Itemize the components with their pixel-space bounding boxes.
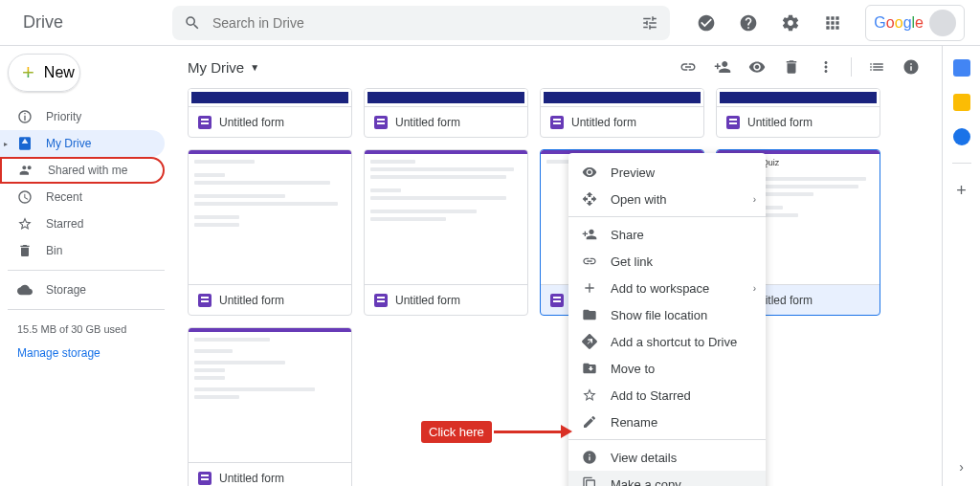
sidebar-item-storage[interactable]: Storage <box>0 276 165 303</box>
delete-icon[interactable] <box>776 52 807 82</box>
main-content: My Drive ▼ Untitled form Untitled form U… <box>172 46 942 486</box>
chevron-right-icon: › <box>753 283 756 294</box>
plus-icon: + <box>22 60 34 85</box>
file-grid: Untitled form Untitled form Untitled for… <box>188 88 926 486</box>
forms-icon <box>198 472 212 485</box>
offline-icon[interactable] <box>689 6 724 40</box>
search-input[interactable] <box>212 15 630 31</box>
chevron-right-icon: › <box>753 194 756 205</box>
google-logo-text: Google <box>874 14 924 32</box>
divider <box>8 309 165 310</box>
apps-icon[interactable] <box>815 6 850 40</box>
side-panel: + › <box>942 46 980 486</box>
info-panel-icon[interactable] <box>896 52 926 82</box>
callout-label: Click here <box>421 421 492 443</box>
account-badge[interactable]: Google <box>865 5 965 41</box>
keep-icon[interactable] <box>953 94 970 111</box>
file-card[interactable]: Untitled form <box>540 88 704 138</box>
tasks-icon[interactable] <box>953 128 970 145</box>
chevron-down-icon: ▼ <box>250 62 259 73</box>
sidebar-item-priority[interactable]: Priority <box>0 103 165 130</box>
forms-icon <box>374 116 388 129</box>
menu-get-link[interactable]: Get link <box>568 248 766 275</box>
file-card[interactable]: Untitled form <box>188 149 352 316</box>
storage-usage-text: 15.5 MB of 30 GB used <box>8 316 165 342</box>
menu-add-shortcut[interactable]: Add a shortcut to Drive <box>568 328 766 355</box>
list-view-icon[interactable] <box>861 52 892 82</box>
menu-add-workspace[interactable]: Add to workspace› <box>568 275 766 301</box>
separator <box>851 57 852 77</box>
search-options-icon[interactable] <box>641 14 658 32</box>
search-icon <box>184 14 201 32</box>
search-bar[interactable] <box>172 6 670 40</box>
menu-view-details[interactable]: View details <box>568 444 766 471</box>
app-header: Drive Google <box>0 0 980 46</box>
forms-icon <box>198 294 212 307</box>
file-card[interactable]: Untitled form <box>364 88 528 138</box>
file-card[interactable]: Untitled form <box>188 327 352 486</box>
sidebar-item-shared[interactable]: Shared with me <box>0 157 165 184</box>
calendar-icon[interactable] <box>953 59 970 77</box>
menu-make-copy[interactable]: Make a copy <box>568 471 766 486</box>
forms-icon <box>374 294 388 307</box>
menu-show-location[interactable]: Show file location <box>568 301 766 328</box>
divider <box>8 270 165 271</box>
menu-open-with[interactable]: Open with› <box>568 186 766 212</box>
divider <box>952 163 971 164</box>
sidebar: + New Priority ▸ My Drive Shared with me… <box>0 46 172 486</box>
add-panel-icon[interactable]: + <box>956 181 967 201</box>
forms-icon <box>198 116 212 129</box>
context-menu: Preview Open with› Share Get link Add to… <box>568 153 766 486</box>
collapse-panel-icon[interactable]: › <box>959 459 964 475</box>
forms-icon <box>550 116 564 129</box>
share-icon[interactable] <box>707 52 738 82</box>
app-name: Drive <box>23 12 63 33</box>
preview-icon[interactable] <box>742 52 772 82</box>
callout-arrow <box>494 428 572 435</box>
menu-preview[interactable]: Preview <box>568 159 766 186</box>
forms-icon <box>550 294 564 307</box>
avatar <box>929 10 956 36</box>
help-icon[interactable] <box>731 6 766 40</box>
breadcrumb[interactable]: My Drive ▼ <box>188 59 259 76</box>
new-label: New <box>44 64 75 81</box>
get-link-icon[interactable] <box>673 52 703 82</box>
menu-share[interactable]: Share <box>568 221 766 248</box>
menu-move-to[interactable]: Move to <box>568 355 766 382</box>
divider <box>568 216 766 217</box>
new-button[interactable]: + New <box>8 54 80 92</box>
divider <box>568 439 766 440</box>
sidebar-item-recent[interactable]: Recent <box>0 184 165 210</box>
manage-storage-link[interactable]: Manage storage <box>8 342 165 364</box>
drive-logo[interactable]: Drive <box>15 12 172 33</box>
file-card[interactable]: Untitled form <box>188 88 352 138</box>
toolbar <box>673 52 926 82</box>
menu-rename[interactable]: Rename <box>568 409 766 435</box>
sidebar-item-bin[interactable]: Bin <box>0 237 165 264</box>
main-header: My Drive ▼ <box>188 46 926 88</box>
settings-icon[interactable] <box>773 6 808 40</box>
menu-add-starred[interactable]: Add to Starred <box>568 382 766 409</box>
header-actions: Google <box>689 5 965 41</box>
file-card[interactable]: Untitled form <box>716 88 880 138</box>
file-card[interactable]: Untitled form <box>364 149 528 316</box>
caret-icon: ▸ <box>4 140 8 148</box>
more-icon[interactable] <box>811 52 841 82</box>
sidebar-item-starred[interactable]: Starred <box>0 210 165 237</box>
sidebar-item-my-drive[interactable]: ▸ My Drive <box>0 130 165 157</box>
forms-icon <box>726 116 740 129</box>
